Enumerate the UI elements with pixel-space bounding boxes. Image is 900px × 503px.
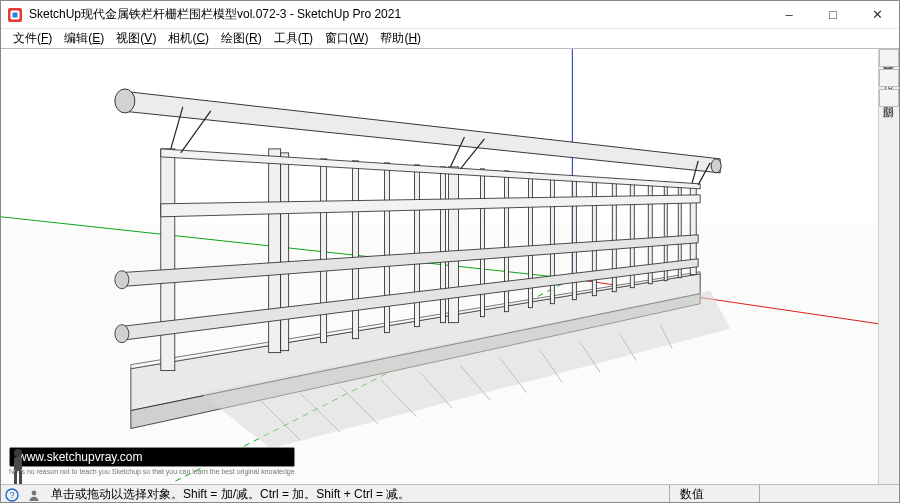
menu-bar: 文件(F) 编辑(E) 视图(V) 相机(C) 绘图(R) 工具(T) 窗口(W…: [1, 29, 899, 49]
app-icon: [7, 7, 23, 23]
menu-tools[interactable]: 工具(T): [268, 28, 319, 49]
viewport[interactable]: www.sketchupvray.com No is no reason not…: [1, 49, 879, 484]
menu-file[interactable]: 文件(F): [7, 28, 58, 49]
menu-help[interactable]: 帮助(H): [374, 28, 427, 49]
menu-edit[interactable]: 编辑(E): [58, 28, 110, 49]
svg-point-46: [115, 325, 129, 343]
svg-rect-32: [448, 167, 458, 323]
help-icon[interactable]: ?: [1, 488, 23, 502]
tray-tab-default[interactable]: 默认面板: [879, 49, 899, 67]
tray-tab-styles[interactable]: 样式: [879, 69, 899, 87]
svg-rect-25: [269, 149, 281, 353]
maximize-button[interactable]: □: [811, 1, 855, 28]
watermark-tagline: No is no reason not to teach you Sketchu…: [9, 468, 295, 476]
workspace: www.sketchupvray.com No is no reason not…: [1, 49, 899, 484]
scene-3d: [1, 49, 878, 484]
svg-rect-61: [14, 457, 22, 471]
window-buttons: – □ ✕: [767, 1, 899, 28]
status-hint: 单击或拖动以选择对象。Shift = 加/减。Ctrl = 加。Shift + …: [45, 486, 669, 503]
menu-draw[interactable]: 绘图(R): [215, 28, 268, 49]
avatar-icon: [9, 447, 27, 484]
svg-rect-63: [19, 471, 22, 484]
watermark: www.sketchupvray.com No is no reason not…: [9, 447, 295, 476]
svg-rect-28: [353, 161, 359, 339]
status-value-label: 数值: [669, 485, 759, 503]
svg-rect-62: [14, 471, 17, 484]
svg-rect-2: [13, 12, 18, 17]
menu-camera[interactable]: 相机(C): [162, 28, 215, 49]
title-bar: SketchUp现代金属铁栏杆栅栏围栏模型vol.072-3 - SketchU…: [1, 1, 899, 29]
menu-view[interactable]: 视图(V): [110, 28, 162, 49]
svg-point-60: [14, 449, 22, 457]
svg-text:?: ?: [9, 490, 14, 500]
svg-rect-29: [385, 163, 390, 333]
tray-tab-shadows[interactable]: 阴影: [879, 89, 899, 107]
watermark-url: www.sketchupvray.com: [9, 447, 295, 467]
menu-window[interactable]: 窗口(W): [319, 28, 374, 49]
window-title: SketchUp现代金属铁栏杆栅栏围栏模型vol.072-3 - SketchU…: [29, 6, 767, 23]
svg-point-52: [115, 89, 135, 113]
close-button[interactable]: ✕: [855, 1, 899, 28]
status-bar: ? 单击或拖动以选择对象。Shift = 加/减。Ctrl = 加。Shift …: [1, 484, 899, 503]
svg-point-66: [32, 490, 37, 495]
svg-point-48: [115, 271, 129, 289]
svg-rect-24: [161, 149, 175, 371]
status-value-field[interactable]: [759, 485, 899, 503]
tray-panel: 默认面板 样式 阴影: [879, 49, 899, 484]
minimize-button[interactable]: –: [767, 1, 811, 28]
svg-point-53: [711, 159, 721, 173]
svg-rect-26: [281, 153, 289, 351]
user-icon[interactable]: [23, 488, 45, 502]
